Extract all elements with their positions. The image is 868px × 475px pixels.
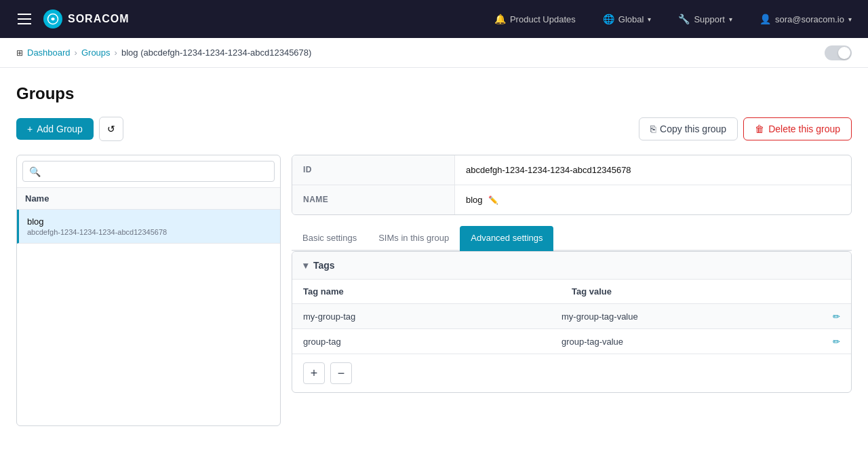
tab-basic-label: Basic settings xyxy=(302,233,357,243)
plus-icon: + xyxy=(27,124,33,134)
support-chevron-icon: ▾ xyxy=(729,16,732,23)
tags-collapse-icon[interactable]: ▾ xyxy=(303,260,308,271)
page-title: Groups xyxy=(16,84,852,103)
tab-basic-settings[interactable]: Basic settings xyxy=(292,226,368,251)
hamburger-menu[interactable] xyxy=(11,5,38,33)
add-tag-icon: + xyxy=(311,367,318,379)
list-item-name: blog xyxy=(27,216,272,227)
tag-edit-icon-0[interactable]: ✏ xyxy=(833,311,840,322)
tags-table-header: Tag name Tag value xyxy=(292,280,851,304)
tab-advanced-label: Advanced settings xyxy=(471,233,542,243)
breadcrumb-dashboard[interactable]: Dashboard xyxy=(27,48,71,58)
tag-value-header: Tag value xyxy=(572,286,840,297)
logo-text: SORACOM xyxy=(68,13,130,25)
logo-icon xyxy=(43,10,62,28)
list-item[interactable]: blog abcdefgh-1234-1234-1234-abcd1234567… xyxy=(17,210,280,244)
tab-sims-in-group[interactable]: SIMs in this group xyxy=(368,226,460,251)
remove-tag-icon: − xyxy=(338,367,345,379)
nav-support-label: Support xyxy=(694,14,725,24)
detail-table: ID abcdefgh-1234-1234-1234-abcd12345678 … xyxy=(292,155,852,215)
main-content: Groups + Add Group ↺ ⎘ Copy this group 🗑… xyxy=(0,68,868,475)
tabs: Basic settings SIMs in this group Advanc… xyxy=(292,226,852,251)
remove-tag-button[interactable]: − xyxy=(330,362,352,384)
globe-icon: 🌐 xyxy=(603,14,614,24)
refresh-button[interactable]: ↺ xyxy=(99,117,123,141)
refresh-icon: ↺ xyxy=(107,124,115,134)
tab-sims-label: SIMs in this group xyxy=(378,233,449,243)
name-label: NAME xyxy=(292,185,455,214)
toolbar: + Add Group ↺ ⎘ Copy this group 🗑 Delete… xyxy=(16,117,852,141)
nav-user-label: sora@soracom.io xyxy=(775,14,844,24)
toolbar-right: ⎘ Copy this group 🗑 Delete this group xyxy=(639,117,852,140)
global-chevron-icon: ▾ xyxy=(648,16,651,23)
tag-name-1: group-tag xyxy=(303,337,561,347)
group-detail-panel: ID abcdefgh-1234-1234-1234-abcd12345678 … xyxy=(292,155,852,393)
delete-group-button[interactable]: 🗑 Delete this group xyxy=(743,117,852,140)
tags-header: ▾ Tags xyxy=(292,252,851,280)
breadcrumb-groups[interactable]: Groups xyxy=(81,48,111,58)
name-text: blog xyxy=(466,195,483,205)
nav-support[interactable]: 🔧 Support ▾ xyxy=(673,11,738,27)
detail-row-id: ID abcdefgh-1234-1234-1234-abcd12345678 xyxy=(292,155,851,185)
id-label: ID xyxy=(292,155,455,185)
tags-section: ▾ Tags Tag name Tag value my-group-tag m… xyxy=(292,251,852,393)
copy-group-button[interactable]: ⎘ Copy this group xyxy=(639,117,738,140)
copy-icon: ⎘ xyxy=(650,124,656,134)
breadcrumb-current: blog (abcdefgh-1234-1234-1234-abcd123456… xyxy=(121,48,311,58)
toolbar-left: + Add Group ↺ xyxy=(16,117,123,141)
search-input[interactable] xyxy=(22,161,275,182)
tag-row-1: group-tag group-tag-value ✏ xyxy=(292,329,851,354)
copy-group-label: Copy this group xyxy=(660,124,726,134)
tab-advanced-settings[interactable]: Advanced settings xyxy=(460,226,553,251)
tag-value-0: my-group-tag-value xyxy=(561,311,820,322)
tag-name-header: Tag name xyxy=(303,286,572,297)
trash-icon: 🗑 xyxy=(755,124,764,134)
user-chevron-icon: ▾ xyxy=(848,16,852,23)
add-tag-button[interactable]: + xyxy=(303,362,325,384)
theme-toggle[interactable] xyxy=(825,45,852,60)
nav-global[interactable]: 🌐 Global ▾ xyxy=(597,11,657,27)
nav-user[interactable]: 👤 sora@soracom.io ▾ xyxy=(754,11,857,27)
tags-table: Tag name Tag value my-group-tag my-group… xyxy=(292,280,851,354)
tags-title: Tags xyxy=(313,260,335,271)
id-value: abcdefgh-1234-1234-1234-abcd12345678 xyxy=(455,155,851,185)
tag-edit-icon-1[interactable]: ✏ xyxy=(833,337,840,347)
nav-items: 🔔 Product Updates 🌐 Global ▾ 🔧 Support ▾… xyxy=(489,11,857,27)
navbar: SORACOM 🔔 Product Updates 🌐 Global ▾ 🔧 S… xyxy=(0,0,868,38)
breadcrumb: ⊞ Dashboard › Groups › blog (abcdefgh-12… xyxy=(0,38,868,68)
search-wrapper: 🔍 xyxy=(22,161,275,182)
search-icon: 🔍 xyxy=(29,166,41,177)
breadcrumb-separator-2: › xyxy=(115,48,117,58)
add-group-button[interactable]: + Add Group xyxy=(16,118,94,140)
tag-edit-1: ✏ xyxy=(820,336,840,347)
user-icon: 👤 xyxy=(760,14,771,24)
list-item-id: abcdefgh-1234-1234-1234-abcd12345678 xyxy=(27,228,272,236)
content-layout: 🔍 Name blog abcdefgh-1234-1234-1234-abcd… xyxy=(16,155,852,426)
support-icon: 🔧 xyxy=(678,14,690,24)
tags-actions: + − xyxy=(292,354,851,392)
name-value: blog ✏️ xyxy=(455,185,851,214)
search-box: 🔍 xyxy=(17,155,280,188)
groups-list-panel: 🔍 Name blog abcdefgh-1234-1234-1234-abcd… xyxy=(16,155,281,426)
nav-product-updates[interactable]: 🔔 Product Updates xyxy=(489,11,581,27)
breadcrumb-separator-1: › xyxy=(75,48,77,58)
add-group-label: Add Group xyxy=(37,124,83,134)
tag-row-0: my-group-tag my-group-tag-value ✏ xyxy=(292,304,851,329)
tag-edit-0: ✏ xyxy=(820,311,840,322)
detail-row-name: NAME blog ✏️ xyxy=(292,185,851,214)
name-edit-icon[interactable]: ✏️ xyxy=(488,195,498,205)
delete-group-label: Delete this group xyxy=(768,124,840,134)
bell-icon: 🔔 xyxy=(494,14,506,24)
tag-name-0: my-group-tag xyxy=(303,311,561,322)
list-header: Name xyxy=(17,188,280,210)
nav-product-updates-label: Product Updates xyxy=(510,14,576,24)
dashboard-grid-icon: ⊞ xyxy=(16,48,23,58)
tag-value-1: group-tag-value xyxy=(561,337,820,347)
nav-global-label: Global xyxy=(618,14,644,24)
logo: SORACOM xyxy=(43,10,130,28)
